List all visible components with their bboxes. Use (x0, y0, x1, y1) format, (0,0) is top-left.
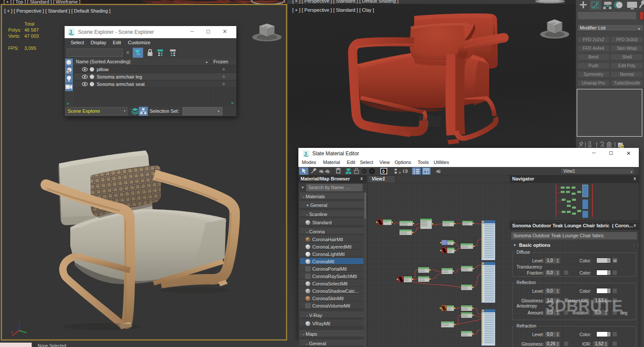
svg-text:0: 0 (382, 169, 385, 174)
svg-text:x: x (11, 330, 13, 334)
svg-text:[ + ] [ Top ] [ Standard ] [ W: [ + ] [ Top ] [ Standard ] [ Wireframe ] (3, 0, 80, 4)
svg-text:front: front (551, 22, 556, 24)
svg-text:3: 3 (304, 151, 307, 156)
